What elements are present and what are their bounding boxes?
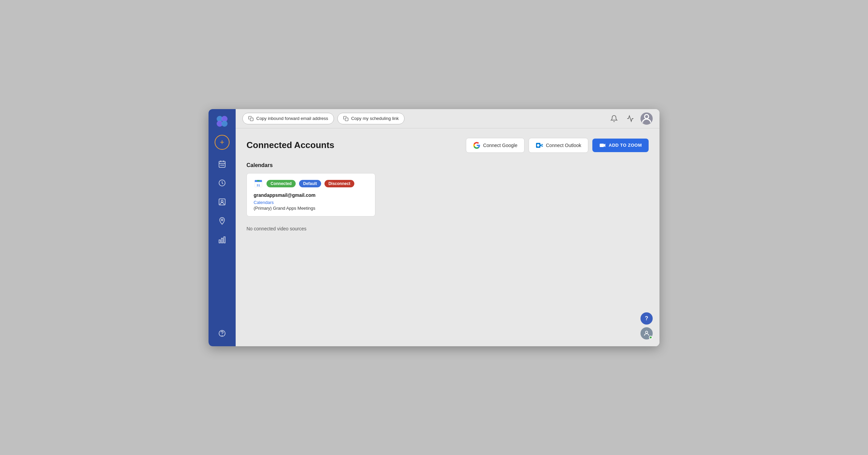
badge-connected: Connected	[267, 180, 296, 187]
sidebar-item-analytics[interactable]	[213, 231, 231, 249]
connect-google-label: Connect Google	[483, 143, 517, 148]
calendars-section: Calendars 31 Connected	[246, 162, 649, 216]
calendar-primary-text: (Primary) Grand Apps Meetings	[254, 206, 368, 211]
svg-rect-8	[220, 165, 221, 166]
svg-point-29	[646, 331, 648, 333]
page-header: Connected Accounts Connect Google	[246, 138, 649, 153]
top-bar: Copy inbound forward email address Copy …	[236, 109, 659, 128]
help-btn-label: ?	[645, 315, 648, 322]
sidebar-item-contacts[interactable]	[213, 193, 231, 211]
page-area-wrapper: Connected Accounts Connect Google	[236, 128, 659, 346]
svg-rect-10	[223, 165, 224, 166]
svg-rect-24	[600, 144, 604, 147]
help-circle-button[interactable]: ?	[640, 312, 653, 325]
copy-scheduling-button[interactable]: Copy my scheduling link	[337, 113, 405, 124]
sidebar-item-location[interactable]	[213, 212, 231, 230]
svg-rect-4	[219, 161, 225, 167]
add-to-zoom-button[interactable]: ADD TO ZOOM	[592, 139, 649, 152]
svg-rect-9	[222, 165, 223, 166]
copy-email-button[interactable]: Copy inbound forward email address	[242, 113, 334, 124]
svg-rect-27	[257, 180, 260, 181]
svg-rect-21	[345, 118, 348, 121]
top-bar-icons	[608, 112, 653, 125]
page-area: Connected Accounts Connect Google	[236, 128, 659, 346]
svg-rect-17	[224, 237, 225, 243]
svg-point-22	[645, 115, 649, 119]
avatar-button[interactable]	[640, 112, 653, 125]
online-indicator	[649, 336, 652, 339]
svg-point-14	[221, 219, 223, 221]
sidebar-item-help[interactable]	[213, 325, 231, 342]
sidebar-item-calendar[interactable]	[213, 155, 231, 173]
sidebar-nav	[213, 155, 231, 322]
calendars-link[interactable]: Calendars	[254, 200, 368, 205]
svg-point-13	[221, 200, 223, 202]
activity-button[interactable]	[624, 112, 636, 125]
disconnect-button[interactable]: Disconnect	[324, 180, 355, 187]
connect-outlook-button[interactable]: Connect Outlook	[529, 138, 588, 153]
page-title: Connected Accounts	[246, 140, 334, 150]
calendars-section-title: Calendars	[246, 162, 649, 168]
main-content: Copy inbound forward email address Copy …	[236, 109, 659, 346]
svg-rect-15	[219, 240, 220, 243]
copy-scheduling-label: Copy my scheduling link	[351, 116, 399, 121]
calendar-email: grandappsmail@gmail.com	[254, 192, 368, 198]
svg-point-19	[222, 335, 222, 335]
svg-text:31: 31	[257, 184, 260, 187]
connect-outlook-label: Connect Outlook	[546, 143, 581, 148]
add-button[interactable]: +	[215, 135, 230, 150]
badge-default: Default	[299, 180, 321, 187]
app-logo	[214, 113, 230, 129]
svg-point-3	[221, 121, 228, 127]
user-presence-button[interactable]	[640, 327, 653, 339]
calendar-card: 31 Connected Default Disconnect grandapp…	[246, 173, 375, 216]
sidebar-item-clock[interactable]	[213, 174, 231, 192]
add-to-zoom-label: ADD TO ZOOM	[609, 143, 642, 148]
no-video-sources-text: No connected video sources	[246, 226, 649, 231]
sidebar: +	[209, 109, 236, 346]
svg-rect-20	[250, 118, 253, 121]
notifications-button[interactable]	[608, 112, 620, 125]
header-actions: Connect Google Connect Outlook	[466, 138, 649, 153]
connect-google-button[interactable]: Connect Google	[466, 138, 525, 153]
calendar-card-header: 31 Connected Default Disconnect	[254, 179, 368, 188]
svg-rect-16	[221, 238, 223, 243]
sidebar-bottom	[213, 325, 231, 342]
copy-email-label: Copy inbound forward email address	[256, 116, 328, 121]
